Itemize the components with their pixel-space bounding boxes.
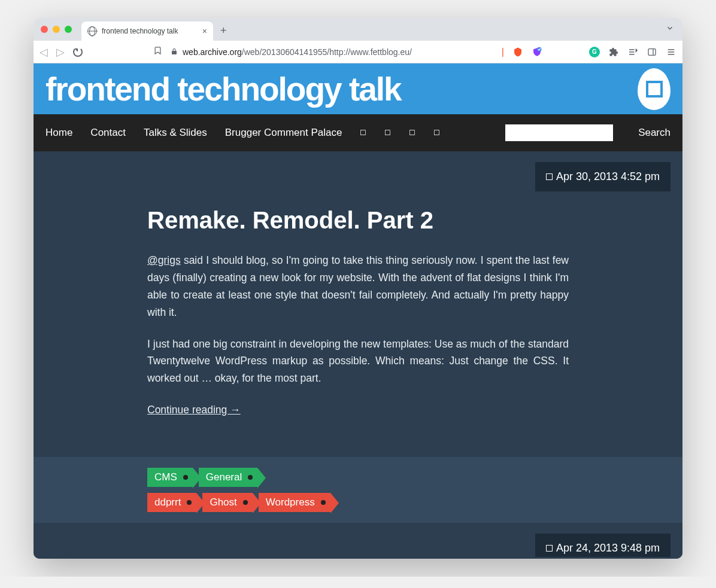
- tag-ddprrt[interactable]: ddprrt: [147, 493, 196, 512]
- site-header: frontend technology talk: [34, 63, 682, 114]
- globe-icon: [87, 26, 97, 36]
- extensions-icon[interactable]: [608, 47, 619, 57]
- tags-section: CMS General ddprrt Ghost Wordpress: [34, 457, 682, 523]
- toolbar-right-icons: | G: [502, 47, 676, 57]
- social-icon-2[interactable]: ☐: [384, 129, 391, 137]
- browser-tab[interactable]: frontend technology talk ×: [81, 22, 213, 41]
- address-bar[interactable]: web.archive.org/web/20130604141955/http:…: [171, 47, 493, 57]
- tag-ghost[interactable]: Ghost: [202, 493, 252, 512]
- content-area: Apr 30, 2013 4:52 pm Remake. Remodel. Pa…: [34, 151, 682, 559]
- category-general[interactable]: General: [199, 468, 257, 487]
- blog-post: Remake. Remodel. Part 2 @grigs said I sh…: [34, 162, 682, 457]
- sidebar-icon[interactable]: [647, 47, 657, 57]
- browser-window: frontend technology talk × + ◁ ▷ web.arc…: [34, 18, 682, 559]
- grammarly-icon[interactable]: G: [589, 47, 600, 57]
- tag-row: ddprrt Ghost Wordpress: [147, 493, 569, 512]
- category-cms[interactable]: CMS: [147, 468, 193, 487]
- post-date-badge: Apr 30, 2013 4:52 pm: [535, 162, 671, 191]
- main-nav: Home Contact Talks & Slides Brugger Comm…: [34, 114, 682, 151]
- minimize-window[interactable]: [53, 26, 60, 33]
- maximize-window[interactable]: [65, 26, 72, 33]
- next-post-area: Apr 24, 2013 9:48 pm: [34, 534, 682, 559]
- next-post-date-badge: Apr 24, 2013 9:48 pm: [535, 534, 671, 557]
- svg-marker-1: [636, 49, 637, 51]
- reload-button[interactable]: [73, 47, 83, 57]
- svg-rect-2: [648, 48, 656, 55]
- social-icon-4[interactable]: ☐: [433, 129, 440, 137]
- close-tab-icon[interactable]: ×: [202, 26, 207, 36]
- back-button[interactable]: ◁: [40, 45, 48, 59]
- post-title[interactable]: Remake. Remodel. Part 2: [147, 207, 569, 234]
- nav-home[interactable]: Home: [45, 127, 72, 139]
- clock-icon: [546, 545, 553, 552]
- category-row: CMS General: [147, 468, 569, 487]
- url-host: web.archive.org/web/20130604141955/http:…: [183, 47, 412, 57]
- reading-list-icon[interactable]: [627, 47, 638, 57]
- brave-lion-icon[interactable]: [512, 47, 523, 57]
- tab-title: frontend technology talk: [102, 27, 198, 35]
- social-icon-1[interactable]: ☐: [360, 129, 366, 137]
- clock-icon: [546, 173, 553, 180]
- nav-contact[interactable]: Contact: [90, 127, 126, 139]
- nav-talks[interactable]: Talks & Slides: [144, 127, 207, 139]
- post-paragraph-2: I just had one big constraint in develop…: [147, 336, 569, 388]
- site-title[interactable]: frontend technology talk: [45, 70, 401, 108]
- nav-brugger[interactable]: Brugger Comment Palace: [225, 127, 342, 139]
- new-tab-button[interactable]: +: [220, 25, 227, 37]
- brave-shield-icon[interactable]: [532, 47, 542, 57]
- browser-toolbar: ◁ ▷ web.archive.org/web/20130604141955/h…: [34, 41, 682, 63]
- next-post-date: Apr 24, 2013 9:48 pm: [556, 542, 660, 555]
- brave-separator: |: [502, 47, 504, 57]
- search-input[interactable]: [505, 124, 613, 141]
- tag-wordpress[interactable]: Wordpress: [259, 493, 330, 512]
- tabs-dropdown-icon[interactable]: [666, 24, 674, 35]
- social-icon-3[interactable]: ☐: [409, 129, 415, 137]
- bookmark-icon[interactable]: [153, 46, 162, 57]
- page-viewport: frontend technology talk Home Contact Ta…: [34, 63, 682, 559]
- continue-reading-link[interactable]: Continue reading →: [147, 404, 241, 416]
- logo-square-icon: [646, 81, 663, 98]
- post-paragraph-1: @grigs said I should blog, so I'm going …: [147, 252, 569, 321]
- window-controls: [41, 26, 72, 33]
- close-window[interactable]: [41, 26, 48, 33]
- tab-strip: frontend technology talk × +: [34, 18, 682, 41]
- mention-link[interactable]: @grigs: [147, 254, 181, 266]
- lock-icon: [171, 48, 178, 56]
- hamburger-menu-icon[interactable]: [666, 47, 676, 57]
- post-date: Apr 30, 2013 4:52 pm: [556, 170, 660, 183]
- forward-button[interactable]: ▷: [56, 45, 65, 59]
- site-logo[interactable]: [638, 68, 671, 110]
- search-button[interactable]: Search: [638, 127, 671, 139]
